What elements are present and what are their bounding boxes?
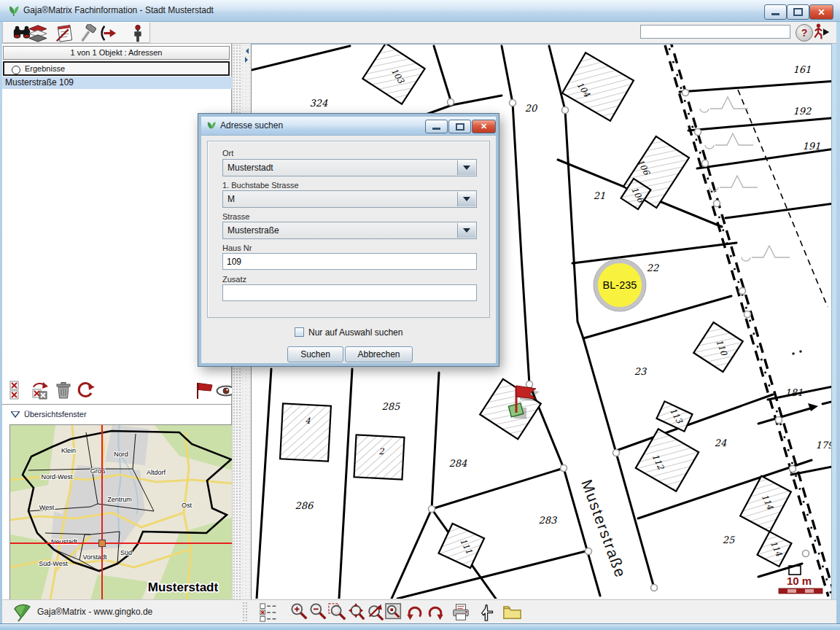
legend-icon[interactable] (259, 603, 279, 622)
buchstabe-combo-value: M (228, 194, 235, 204)
ort-combo[interactable]: Musterstadt (222, 159, 477, 176)
svg-text:284: 284 (449, 458, 468, 469)
bl-marker[interactable]: BL-235 (594, 259, 646, 311)
svg-text:179: 179 (816, 440, 831, 451)
street-label: Musterstraße (578, 478, 629, 580)
strasse-combo-value: Musterstraße (228, 225, 279, 236)
svg-text:Altdorf: Altdorf (147, 469, 166, 476)
svg-text:161: 161 (793, 64, 812, 75)
reselect-icon[interactable] (30, 381, 50, 401)
result-item-selected[interactable]: Musterstraße 109 (2, 77, 232, 89)
svg-text:22: 22 (647, 262, 659, 273)
svg-text:Ost: Ost (182, 502, 192, 509)
auswahl-checkbox[interactable] (295, 327, 304, 337)
search-input[interactable] (640, 25, 790, 39)
minimize-button[interactable] (764, 4, 787, 20)
gingko-leaf-icon (11, 602, 33, 622)
svg-text:24: 24 (715, 438, 727, 448)
suchen-button[interactable]: Suchen (287, 346, 343, 362)
auswahl-checkbox-label: Nur auf Auswahl suchen (308, 327, 402, 338)
zusatz-input[interactable] (222, 284, 477, 301)
zoom-arrow-icon[interactable] (365, 603, 386, 622)
result-group-icon (12, 66, 20, 74)
svg-text:Neustadt: Neustadt (51, 538, 78, 545)
exit-runner-icon[interactable] (812, 23, 833, 42)
dialog-maximize-button[interactable] (448, 120, 471, 133)
results-group[interactable]: Ergebnisse (3, 61, 230, 76)
strasse-combo[interactable]: Musterstraße (222, 222, 477, 239)
svg-text:191: 191 (803, 141, 821, 152)
clear-selection-icon[interactable] (8, 381, 28, 401)
dialog-plant-icon (206, 121, 217, 131)
svg-text:2: 2 (378, 446, 384, 456)
results-header[interactable]: 1 von 1 Objekt : Adressen (3, 46, 230, 60)
delete-icon[interactable] (53, 381, 74, 401)
status-bar: Gaja®Matrix - www.gingko.de (2, 599, 836, 623)
zoom-full-extent-icon[interactable] (384, 603, 405, 622)
dialog-title: Adresse suchen (220, 120, 283, 131)
call-export-icon[interactable] (96, 24, 118, 43)
toolbar-group (2, 22, 150, 43)
buchstabe-combo[interactable]: M (222, 190, 477, 208)
scale-bar: 10 m (779, 575, 822, 594)
title-bar[interactable]: Gaja®Matrix Fachinformation - Stadt Must… (0, 0, 840, 22)
zoom-in-icon[interactable] (289, 603, 310, 622)
maximize-button[interactable] (787, 4, 809, 20)
flag-icon[interactable] (193, 381, 214, 401)
refresh-icon[interactable] (75, 381, 96, 401)
overview-map[interactable]: Klein Nord Groß Nord-West Altdorf West Z… (9, 424, 233, 601)
collapse-triangle-icon (11, 411, 20, 418)
hausnr-input[interactable] (222, 253, 477, 270)
svg-text:Klein: Klein (61, 447, 76, 454)
ort-combo-arrow-icon[interactable] (457, 160, 475, 175)
application-window: Gaja®Matrix Fachinformation - Stadt Must… (0, 0, 840, 630)
strasse-combo-arrow-icon[interactable] (457, 223, 475, 238)
svg-text:20: 20 (525, 103, 538, 114)
dialog-minimize-button[interactable] (425, 120, 448, 133)
zusatz-label: Zusatz (222, 275, 246, 284)
hausnr-label: Haus Nr (222, 244, 252, 252)
svg-text:181: 181 (785, 387, 804, 398)
layers-icon[interactable] (27, 24, 49, 43)
rotate-right-icon[interactable] (425, 603, 446, 622)
help-button[interactable]: ? (796, 24, 813, 42)
overview-position-marker (99, 540, 106, 547)
print-icon[interactable] (451, 603, 471, 622)
zoom-window-icon[interactable] (327, 603, 348, 622)
window-border-right (836, 22, 840, 623)
zoom-out-icon[interactable] (308, 603, 329, 622)
overview-header-label: Übersichtsfenster (24, 410, 87, 419)
svg-text:21: 21 (594, 190, 606, 201)
report-icon[interactable] (54, 24, 76, 43)
rotate-left-icon[interactable] (405, 603, 425, 622)
svg-text:Nord: Nord (114, 451, 128, 458)
open-folder-icon[interactable] (502, 603, 522, 622)
pan-hand-icon[interactable] (478, 603, 498, 622)
collapse-left-icon[interactable] (243, 48, 249, 54)
bl-marker-label: BL-235 (603, 279, 637, 291)
svg-text:Vorstadt: Vorstadt (82, 553, 107, 561)
svg-text:286: 286 (295, 500, 315, 511)
status-text: Gaja®Matrix - www.gingko.de (37, 607, 152, 617)
panel-divider (2, 404, 232, 405)
hedge-symbols (700, 97, 790, 261)
svg-text:324: 324 (310, 98, 329, 109)
results-group-label: Ergebnisse (25, 64, 65, 73)
expand-right-icon[interactable] (245, 57, 251, 63)
svg-text:192: 192 (793, 106, 812, 117)
svg-text:285: 285 (382, 401, 401, 412)
close-button[interactable]: ✕ (809, 4, 833, 20)
dialog-title-bar[interactable]: Adresse suchen ✕ (201, 117, 496, 136)
position-icon[interactable] (127, 24, 149, 43)
window-border-bottom (0, 623, 840, 630)
buchstabe-combo-arrow-icon[interactable] (457, 192, 475, 206)
abbrechen-button[interactable]: Abbrechen (345, 346, 413, 362)
zoom-dynamic-icon[interactable] (346, 603, 367, 622)
svg-text:25: 25 (723, 534, 735, 545)
strasse-label: Strasse (222, 212, 249, 221)
svg-text:4: 4 (305, 416, 311, 426)
overview-city-label: Musterstadt (148, 580, 219, 594)
svg-text:Süd: Süd (120, 549, 132, 556)
dialog-close-button[interactable]: ✕ (472, 120, 496, 133)
overview-header[interactable]: Übersichtsfenster (2, 407, 232, 422)
